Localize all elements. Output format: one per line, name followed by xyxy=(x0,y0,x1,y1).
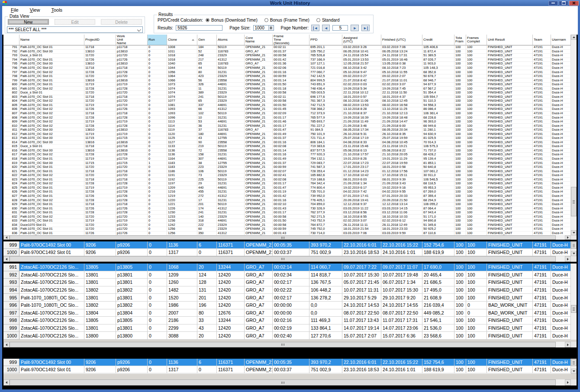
cell[interactable]: 1056 xyxy=(167,70,197,74)
cell[interactable]: 100 xyxy=(466,325,487,332)
cell[interactable]: 100 xyxy=(454,124,466,128)
cell[interactable]: 0 xyxy=(148,178,167,182)
cell[interactable]: 12.12.2018 13:14 xyxy=(381,202,422,207)
cell[interactable]: 116371 xyxy=(217,359,245,366)
cell[interactable]: Palit-970OC1492 Slot 01 xyxy=(19,249,84,256)
cell[interactable]: 100 xyxy=(454,206,466,211)
cell[interactable]: ZotacAE-1070OC2126 Slo... xyxy=(19,317,84,325)
cell[interactable]: p13802 xyxy=(116,286,148,294)
cell[interactable]: 13810 xyxy=(84,50,116,54)
row-number[interactable]: 816 xyxy=(3,149,19,153)
cell[interactable]: 87 064,4 xyxy=(422,206,454,211)
cell[interactable]: 00:01:16 xyxy=(273,141,309,145)
cell[interactable]: 18.01.2019 4:37 xyxy=(381,95,422,100)
cell[interactable]: 133 864,1 xyxy=(309,325,342,332)
cell[interactable]: 100 xyxy=(454,161,466,165)
cell[interactable]: 80 xyxy=(197,309,217,317)
cell[interactable]: p11719 xyxy=(116,186,148,190)
cell[interactable]: 0 xyxy=(148,153,167,157)
cell[interactable]: GRO_A7 xyxy=(245,317,273,325)
cell[interactable]: Duce-H xyxy=(551,103,571,108)
cell[interactable]: Duce1070 Slot 01 xyxy=(19,223,84,228)
cell[interactable]: 751 002,9 xyxy=(309,366,342,373)
cell[interactable]: OPENMM_21 xyxy=(245,74,273,79)
column-header[interactable]: Run xyxy=(148,35,167,45)
cell[interactable]: 100 xyxy=(466,317,487,325)
row-number[interactable]: 830 xyxy=(3,206,19,211)
cell[interactable]: 761 367,3 xyxy=(309,99,342,103)
cell[interactable]: p9206 xyxy=(116,359,148,366)
cell[interactable]: 743 752,9 xyxy=(309,219,342,223)
cell[interactable]: Duce-H xyxy=(551,215,571,219)
cell[interactable]: 100 xyxy=(454,190,466,194)
cell[interactable]: 440 xyxy=(197,186,217,190)
row-number[interactable]: 820 xyxy=(3,165,19,170)
cell[interactable]: 100 xyxy=(466,99,487,103)
cell[interactable]: OPENMM_21 xyxy=(245,190,273,194)
cell[interactable]: OPENMM_21 xyxy=(245,124,273,128)
cell[interactable]: 0 xyxy=(148,45,167,50)
cell[interactable]: OPENMM_21 xyxy=(245,83,273,87)
results-count-field[interactable] xyxy=(176,25,222,31)
cell[interactable]: 1197 xyxy=(167,182,197,186)
cell[interactable]: 100 xyxy=(466,116,487,120)
cell[interactable]: Palit-970OC1492 Slot 00 xyxy=(19,241,84,249)
table-row[interactable]: 999Palit-970OC1492 Slot 009206p920601136… xyxy=(3,359,571,366)
cell[interactable]: 1119 xyxy=(167,128,197,132)
cell[interactable]: OPENMM_21 xyxy=(245,149,273,153)
cell[interactable]: FINISHED_UNIT xyxy=(487,165,533,170)
cell[interactable]: 17.10.2018 15:11 xyxy=(381,174,422,178)
cell[interactable]: FINISHED_UNIT xyxy=(487,186,533,190)
row-number[interactable]: 826 xyxy=(3,190,19,194)
row-number[interactable]: 805 xyxy=(3,103,19,108)
cell[interactable]: 47191 xyxy=(533,263,551,271)
cell[interactable]: 05.01.2019 13:53 xyxy=(342,58,381,62)
cell[interactable]: 11720 xyxy=(84,91,116,95)
table-row[interactable]: 836Palit-1070_OC Slot 0111726p1172601256… xyxy=(3,231,571,235)
cell[interactable]: 100 xyxy=(466,178,487,182)
cell[interactable]: 114 060,7 xyxy=(309,263,342,271)
cell[interactable]: FINISHED_UNIT xyxy=(487,223,533,228)
cell[interactable]: 31231 xyxy=(217,116,245,120)
cell[interactable]: 11726 xyxy=(84,231,116,235)
cell[interactable]: 94 558,3 xyxy=(422,103,454,108)
cell[interactable]: 44 xyxy=(197,66,217,71)
cell[interactable]: 47191 xyxy=(533,120,551,124)
cell[interactable]: 21.07.2018 8:42 xyxy=(342,78,381,83)
cell[interactable]: 100 xyxy=(454,120,466,124)
cell[interactable]: Duce-H xyxy=(551,50,571,54)
cell[interactable]: OPENMM_21 xyxy=(245,202,273,207)
row-number[interactable]: 834 xyxy=(3,223,19,228)
cell[interactable]: Palit-1070_1080Ti_OC Slo... xyxy=(19,294,84,302)
cell[interactable]: 100 xyxy=(466,45,487,50)
cell[interactable]: 19.09.2018 5:34 xyxy=(342,87,381,91)
table-row[interactable]: 811Palit-1070_OC Slot 0013810p1381001119… xyxy=(3,128,571,132)
table-row[interactable]: 834Duce1070 Slot 0111720p117200124222223… xyxy=(3,223,571,228)
cell[interactable]: 201 xyxy=(197,294,217,302)
vertical-scroll-thumb[interactable] xyxy=(571,305,577,313)
cell[interactable]: p13801 xyxy=(116,271,148,279)
cell[interactable]: 22.07.2018 19:59 xyxy=(381,161,422,165)
cell[interactable]: 114 818,7 xyxy=(309,271,342,279)
cell[interactable]: Palit-1070_OC Slot 01 xyxy=(19,165,84,170)
cell[interactable]: 68 946,7 xyxy=(422,78,454,83)
row-number[interactable]: 800 xyxy=(3,83,19,87)
cell[interactable]: 1125 xyxy=(167,136,197,141)
cell[interactable]: ZotacAE-1070OC2126 Slo... xyxy=(19,332,84,340)
cell[interactable]: 31231 xyxy=(217,70,245,74)
cell[interactable]: 11 280,1 xyxy=(422,128,454,132)
cell[interactable]: 06.05.2018 13:24 xyxy=(381,50,422,54)
cell[interactable]: 184 xyxy=(197,45,217,50)
cell[interactable]: 107 127,1 xyxy=(309,62,342,66)
cell[interactable]: Duce-H xyxy=(551,62,571,66)
cell[interactable]: 56 xyxy=(197,78,217,83)
cell[interactable]: Palit-1070_OC Slot 01 xyxy=(19,58,84,62)
cell[interactable]: 0 xyxy=(148,157,167,161)
cell[interactable]: 100 xyxy=(466,202,487,207)
cell[interactable]: Duce-H xyxy=(551,99,571,103)
cell[interactable]: 0 xyxy=(148,231,167,235)
row-number[interactable]: 998 xyxy=(3,317,19,325)
cell[interactable]: 26.11.2018 11:11 xyxy=(342,223,381,228)
cell[interactable]: 0 xyxy=(148,99,167,103)
table-row[interactable]: 830Palit-1070_OC Slot 0111726p1172601226… xyxy=(3,206,571,211)
